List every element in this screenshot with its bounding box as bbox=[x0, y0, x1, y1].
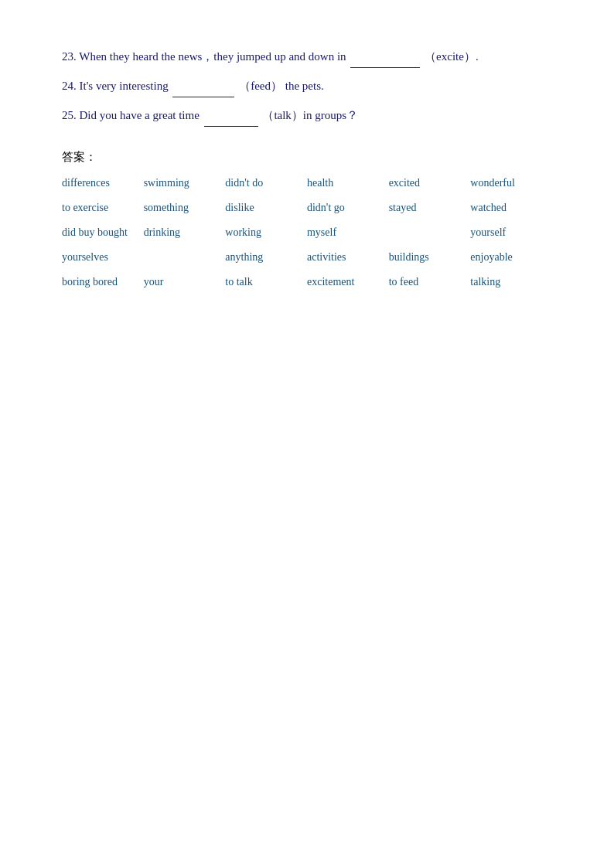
questions-section: 23. When they heard the news，they jumped… bbox=[62, 46, 552, 127]
q23-number: 23. bbox=[62, 50, 79, 63]
q25-text-before: Did you have a great time bbox=[80, 109, 200, 121]
answer-cell: stayed bbox=[389, 197, 471, 219]
q23-suffix: （excite）. bbox=[425, 50, 479, 63]
q23-text-before: When they heard the news，they jumped up … bbox=[79, 50, 346, 63]
answer-cell bbox=[389, 222, 471, 243]
answer-cell: activities bbox=[307, 247, 389, 268]
q24-number: 24. bbox=[62, 80, 80, 92]
answer-cell: to talk bbox=[225, 271, 307, 293]
q23-blank bbox=[350, 46, 420, 68]
answer-cell: to feed bbox=[389, 271, 471, 293]
q24-blank bbox=[172, 76, 234, 97]
answer-cell: something bbox=[144, 197, 226, 219]
answer-cell: talking bbox=[470, 271, 552, 293]
q25-middle: （talk）in groups？ bbox=[262, 109, 358, 121]
answer-cell: working bbox=[225, 222, 307, 243]
answer-cell: boring bored bbox=[62, 271, 144, 293]
answer-cell: didn't go bbox=[307, 197, 389, 219]
answers-grid: differencesswimmingdidn't dohealthexcite… bbox=[62, 172, 552, 293]
answer-cell: swimming bbox=[144, 172, 226, 194]
answer-cell: excited bbox=[389, 172, 471, 194]
question-25: 25. Did you have a great time （talk）in g… bbox=[62, 105, 552, 127]
answer-cell: enjoyable bbox=[470, 247, 552, 268]
answer-cell: did buy bought bbox=[62, 222, 144, 243]
q24-middle: （feed） the pets. bbox=[239, 80, 324, 92]
question-23: 23. When they heard the news，they jumped… bbox=[62, 46, 552, 68]
answer-cell: yourselves bbox=[62, 247, 144, 268]
answer-cell: to exercise bbox=[62, 197, 144, 219]
answer-title: 答案： bbox=[62, 150, 552, 165]
q25-blank bbox=[204, 105, 258, 127]
answer-cell: anything bbox=[225, 247, 307, 268]
answer-cell: differences bbox=[62, 172, 144, 194]
question-24: 24. It's very interesting （feed） the pet… bbox=[62, 76, 552, 97]
answer-cell: health bbox=[307, 172, 389, 194]
answer-cell: yourself bbox=[470, 222, 552, 243]
answer-cell: excitement bbox=[307, 271, 389, 293]
q24-text-before: It's very interesting bbox=[80, 80, 169, 92]
q25-number: 25. bbox=[62, 109, 80, 121]
answer-cell: dislike bbox=[225, 197, 307, 219]
answer-section: 答案： differencesswimmingdidn't dohealthex… bbox=[62, 150, 552, 293]
answer-cell: your bbox=[144, 271, 226, 293]
answer-cell: drinking bbox=[144, 222, 226, 243]
answer-cell: wonderful bbox=[470, 172, 552, 194]
answer-cell bbox=[144, 247, 226, 268]
answer-cell: watched bbox=[470, 197, 552, 219]
answer-cell: buildings bbox=[389, 247, 471, 268]
answer-cell: myself bbox=[307, 222, 389, 243]
answer-cell: didn't do bbox=[225, 172, 307, 194]
